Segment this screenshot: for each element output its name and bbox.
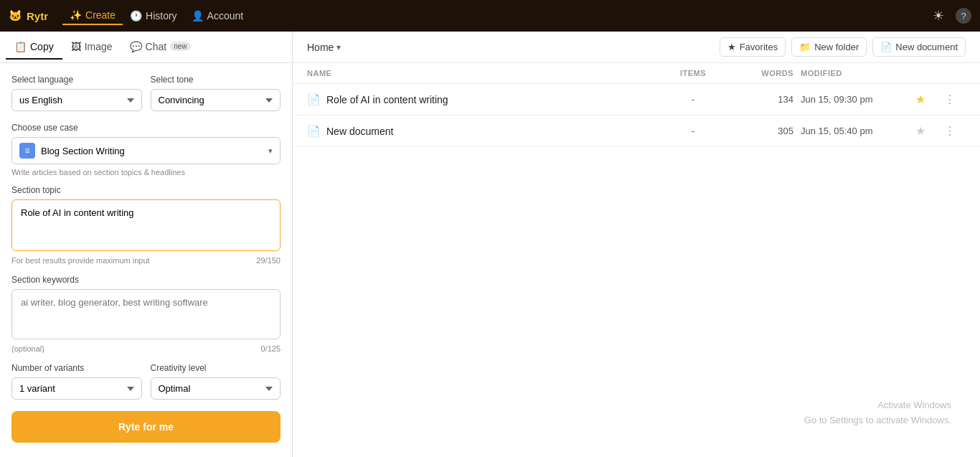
section-topic-hint-row: For best results provide maximum input 2… xyxy=(11,256,281,265)
use-case-dropdown[interactable]: ≡ Blog Section Writing ▾ xyxy=(11,137,281,164)
tone-group: Select tone ConvincingFormalCasualFunnyI… xyxy=(151,75,281,111)
section-topic-input[interactable]: Role of AI in content writing xyxy=(11,199,281,251)
topnav: 🐱 Rytr ✨ Create 🕐 History 👤 Account ☀ ? xyxy=(0,0,980,32)
doc-name-1: Role of AI in content writing xyxy=(326,94,448,105)
language-tone-row: Select language us Englishuk EnglishFren… xyxy=(11,75,281,111)
tab-copy-label: Copy xyxy=(30,41,54,52)
favorites-label: Favorites xyxy=(740,42,778,52)
new-folder-button[interactable]: 📁 New folder xyxy=(791,37,867,57)
history-icon: 🕐 xyxy=(130,10,142,22)
nav-account-label: Account xyxy=(207,10,244,22)
language-group: Select language us Englishuk EnglishFren… xyxy=(11,75,142,111)
col-star-header xyxy=(915,69,944,77)
variants-creativity-row: Number of variants 1 variant2 variants3 … xyxy=(11,363,281,400)
doc-items-2: - xyxy=(657,126,729,136)
file-icon-2: 📄 xyxy=(307,125,321,138)
section-topic-hint-text: For best results provide maximum input xyxy=(11,256,150,265)
sun-icon[interactable]: ☀ xyxy=(933,8,944,24)
section-keywords-hint-row: (optional) 0/125 xyxy=(11,344,281,353)
creativity-label: Creativity level xyxy=(151,363,281,373)
file-name-1: 📄 Role of AI in content writing xyxy=(307,93,657,106)
watermark: Activate Windows Go to Settings to activ… xyxy=(804,398,951,428)
nav-create[interactable]: ✨ Create xyxy=(62,6,123,25)
tab-bar: 📋 Copy 🖼 Image 💬 Chat new xyxy=(0,32,292,63)
table-header: NAME ITEMS WORDS MODIFIED xyxy=(293,63,980,84)
app-logo[interactable]: 🐱 Rytr xyxy=(9,9,48,22)
section-keywords-input[interactable] xyxy=(11,289,281,339)
use-case-icon: ≡ xyxy=(19,143,35,159)
optional-tag: (optional) xyxy=(11,344,44,353)
keywords-char-count: 0/125 xyxy=(260,344,281,353)
nav-history[interactable]: 🕐 History xyxy=(123,7,184,24)
chat-badge: new xyxy=(170,42,190,51)
variants-select[interactable]: 1 variant2 variants3 variants xyxy=(11,377,142,400)
left-panel: 📋 Copy 🖼 Image 💬 Chat new Select languag… xyxy=(0,32,293,457)
tone-select[interactable]: ConvincingFormalCasualFunnyInspirational xyxy=(151,89,281,111)
use-case-hint: Write articles based on section topics &… xyxy=(11,168,281,176)
section-topic-group: Section topic Role of AI in content writ… xyxy=(11,185,281,265)
tab-image[interactable]: 🖼 Image xyxy=(62,35,121,60)
use-case-chevron-icon: ▾ xyxy=(268,146,273,156)
breadcrumb-chevron-icon: ▾ xyxy=(336,42,341,52)
tab-chat-label: Chat xyxy=(146,41,167,52)
doc-words-2: 305 xyxy=(729,126,801,136)
section-topic-char-count: 29/150 xyxy=(256,256,281,265)
star-icon: ★ xyxy=(727,42,736,52)
tab-chat[interactable]: 💬 Chat new xyxy=(121,35,199,60)
language-select[interactable]: us Englishuk EnglishFrenchGermanSpanish xyxy=(11,89,142,111)
table-row[interactable]: 📄 Role of AI in content writing - 134 Ju… xyxy=(293,84,980,116)
logo-text: Rytr xyxy=(27,10,48,22)
generate-button[interactable]: Ryte for me xyxy=(11,411,281,443)
tab-image-label: Image xyxy=(85,41,113,52)
main-layout: 📋 Copy 🖼 Image 💬 Chat new Select languag… xyxy=(0,32,980,457)
image-icon: 🖼 xyxy=(71,41,81,52)
new-document-button[interactable]: 📄 New document xyxy=(872,37,966,57)
file-icon-1: 📄 xyxy=(307,93,321,106)
section-keywords-group: Section keywords (optional) 0/125 xyxy=(11,275,281,353)
col-more-header xyxy=(944,69,966,77)
nav-create-label: Create xyxy=(85,9,116,21)
copy-icon: 📋 xyxy=(14,41,27,52)
watermark-line1: Activate Windows xyxy=(804,398,951,413)
logo-emoji: 🐱 xyxy=(9,9,22,22)
favorites-button[interactable]: ★ Favorites xyxy=(720,37,786,57)
creativity-select[interactable]: OptimalLowMediumHighMax xyxy=(151,377,281,400)
col-items: ITEMS xyxy=(657,69,729,77)
new-document-label: New document xyxy=(895,42,958,52)
new-folder-label: New folder xyxy=(814,42,859,52)
doc-more-2[interactable]: ⋮ xyxy=(944,124,966,138)
right-actions: ★ Favorites 📁 New folder 📄 New document xyxy=(720,37,966,57)
file-name-2: 📄 New document xyxy=(307,125,657,138)
doc-more-1[interactable]: ⋮ xyxy=(944,93,966,106)
generate-button-label: Ryte for me xyxy=(118,421,174,433)
document-icon: 📄 xyxy=(880,42,892,52)
col-words: WORDS xyxy=(729,69,801,77)
table-row[interactable]: 📄 New document - 305 Jun 15, 05:40 pm ★ … xyxy=(293,116,980,147)
account-icon: 👤 xyxy=(192,10,204,22)
breadcrumb[interactable]: Home ▾ xyxy=(307,42,341,53)
doc-star-2[interactable]: ★ xyxy=(915,124,944,138)
use-case-label: Choose use case xyxy=(11,123,281,133)
folder-icon: 📁 xyxy=(799,42,811,52)
use-case-section: Choose use case ≡ Blog Section Writing ▾… xyxy=(11,123,281,176)
language-label: Select language xyxy=(11,75,142,85)
create-icon: ✨ xyxy=(70,9,82,21)
col-modified: MODIFIED xyxy=(801,69,915,77)
col-name: NAME xyxy=(307,69,657,77)
doc-words-1: 134 xyxy=(729,94,801,105)
doc-name-2: New document xyxy=(326,126,393,137)
doc-modified-1: Jun 15, 09:30 pm xyxy=(801,94,915,105)
variants-group: Number of variants 1 variant2 variants3 … xyxy=(11,363,142,400)
watermark-line2: Go to Settings to activate Windows. xyxy=(804,413,951,428)
tone-label: Select tone xyxy=(151,75,281,85)
doc-items-1: - xyxy=(657,94,729,105)
chat-icon: 💬 xyxy=(130,41,142,52)
tab-copy[interactable]: 📋 Copy xyxy=(6,35,62,60)
left-panel-content: Select language us Englishuk EnglishFren… xyxy=(0,63,292,457)
use-case-text: Blog Section Writing xyxy=(41,146,268,156)
right-header: Home ▾ ★ Favorites 📁 New folder 📄 New do… xyxy=(293,32,980,63)
nav-history-label: History xyxy=(146,10,177,22)
doc-star-1[interactable]: ★ xyxy=(915,93,944,106)
nav-account[interactable]: 👤 Account xyxy=(184,7,251,24)
help-icon[interactable]: ? xyxy=(956,8,971,24)
